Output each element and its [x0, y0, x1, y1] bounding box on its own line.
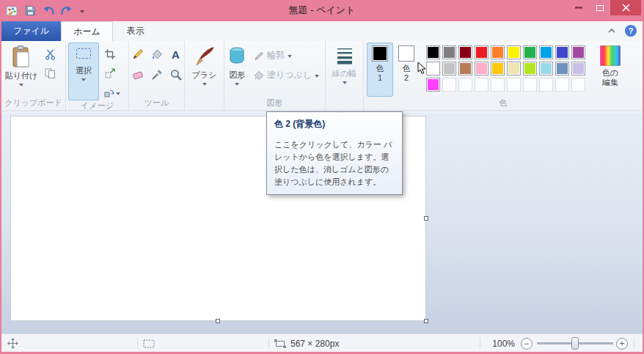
eraser-button[interactable]	[129, 67, 147, 83]
shape-fill-button[interactable]: 塗りつぶし	[250, 66, 323, 84]
resize-button[interactable]	[101, 65, 119, 81]
palette-swatch[interactable]	[507, 62, 521, 75]
brushes-label: ブラシ	[192, 70, 217, 81]
color2-label-line1: 色	[403, 64, 411, 73]
fill-bucket-button[interactable]	[148, 46, 166, 62]
group-label-shapes: 図形	[224, 97, 325, 111]
palette-swatch[interactable]	[426, 45, 440, 59]
rotate-button[interactable]	[101, 84, 123, 100]
palette-swatch[interactable]	[458, 62, 472, 75]
text-tool-button[interactable]: A	[167, 46, 185, 62]
help-button[interactable]: ?	[625, 25, 637, 37]
palette-swatch[interactable]	[523, 45, 537, 59]
statusbar-separator	[268, 338, 269, 349]
crop-button[interactable]	[101, 46, 119, 62]
window-title: 無題 - ペイント	[1, 0, 643, 21]
palette-swatch[interactable]	[539, 45, 553, 59]
color-palette	[426, 45, 585, 97]
edit-colors-label-line2: 編集	[602, 78, 618, 87]
palette-swatch[interactable]	[571, 62, 585, 75]
zoom-in-button[interactable]: +	[616, 334, 628, 353]
canvas-size-indicator: 567 × 280px	[274, 334, 339, 353]
paste-button[interactable]: 貼り付け	[4, 43, 39, 97]
selection-size-indicator	[143, 334, 155, 353]
cut-button[interactable]	[41, 46, 59, 62]
fill-gray-bucket-icon	[254, 70, 264, 81]
palette-swatch[interactable]	[475, 45, 489, 59]
pencil-button[interactable]	[129, 46, 147, 62]
palette-swatch-empty[interactable]	[523, 78, 537, 92]
palette-swatch-empty[interactable]	[491, 78, 505, 92]
canvas-size-text: 567 × 280px	[290, 339, 339, 349]
maximize-button[interactable]	[589, 0, 610, 15]
palette-swatch[interactable]	[555, 62, 569, 75]
palette-swatch[interactable]	[442, 62, 456, 75]
crop-icon	[105, 49, 115, 59]
line-width-button[interactable]: 線の幅	[328, 43, 361, 97]
tab-view[interactable]: 表示	[113, 21, 158, 41]
shapes-button[interactable]: 図形	[227, 43, 248, 97]
canvas-resize-handle-bottom[interactable]	[216, 319, 220, 323]
palette-swatch[interactable]	[458, 45, 472, 59]
palette-swatch[interactable]	[571, 45, 585, 59]
tooltip-body: ここをクリックして、カラー パレットから色を選択します。選択した色は、消しゴムと…	[274, 139, 395, 188]
eyedropper-icon	[151, 69, 163, 81]
tab-file[interactable]: ファイル	[1, 21, 61, 41]
shape-outline-button[interactable]: 輪郭	[250, 46, 323, 64]
magnifier-button[interactable]	[167, 67, 185, 83]
copy-button[interactable]	[41, 65, 59, 81]
palette-swatch[interactable]	[491, 45, 505, 59]
palette-swatch[interactable]	[426, 78, 440, 92]
palette-swatch[interactable]	[523, 62, 537, 75]
canvas-resize-handle-corner[interactable]	[424, 319, 428, 323]
palette-swatch-empty[interactable]	[458, 78, 472, 92]
shapes-label: 図形	[229, 70, 245, 81]
group-image: 選択 イメージ	[66, 41, 129, 111]
palette-swatch-empty[interactable]	[442, 78, 456, 92]
close-icon	[622, 4, 630, 12]
chevron-down-icon	[202, 83, 207, 86]
zoom-in-icon: +	[616, 338, 628, 350]
edit-colors-label-line1: 色の	[602, 68, 618, 78]
paint-window: 無題 - ペイント ファイル ホーム 表示 ?	[0, 0, 644, 354]
select-button[interactable]: 選択	[68, 43, 99, 100]
palette-swatch[interactable]	[507, 45, 521, 59]
shapes-icon	[227, 45, 247, 67]
zoom-slider-thumb[interactable]	[571, 337, 579, 350]
canvas-resize-handle-right[interactable]	[424, 216, 428, 221]
pencil-icon	[132, 48, 144, 60]
palette-swatch-empty[interactable]	[539, 78, 553, 92]
cut-icon	[45, 49, 56, 60]
color1-button[interactable]: 色 1	[367, 43, 393, 97]
color2-button[interactable]: 色 2	[393, 43, 420, 97]
collapse-ribbon-button[interactable]	[607, 26, 616, 36]
edit-colors-button[interactable]: 色の 編集	[593, 43, 628, 97]
tab-home[interactable]: ホーム	[61, 21, 113, 41]
fill-bucket-icon	[151, 48, 163, 60]
magnifier-icon	[170, 69, 182, 81]
palette-swatch[interactable]	[475, 62, 489, 75]
color1-swatch	[372, 45, 388, 62]
palette-swatch[interactable]	[491, 62, 505, 75]
close-button[interactable]	[610, 0, 641, 15]
tooltip-title: 色 2 (背景色)	[274, 118, 395, 130]
maximize-icon	[596, 5, 604, 11]
palette-swatch-empty[interactable]	[475, 78, 489, 92]
paste-icon	[11, 45, 32, 68]
color-picker-button[interactable]	[148, 67, 166, 83]
zoom-out-button[interactable]: −	[521, 334, 533, 353]
minimize-button[interactable]	[568, 0, 589, 15]
palette-swatch[interactable]	[426, 62, 440, 75]
palette-swatch-empty[interactable]	[555, 78, 569, 92]
brushes-button[interactable]: ブラシ	[187, 43, 222, 97]
group-label-colors: 色	[364, 97, 643, 111]
palette-swatch-empty[interactable]	[507, 78, 521, 92]
zoom-slider[interactable]	[537, 334, 613, 353]
chevron-down-icon	[315, 75, 319, 78]
palette-swatch[interactable]	[442, 45, 456, 59]
shape-fill-label: 塗りつぶし	[267, 69, 312, 81]
palette-swatch[interactable]	[539, 62, 553, 75]
group-shapes: 図形 輪郭 塗りつぶし 図形	[224, 41, 326, 111]
palette-swatch[interactable]	[555, 45, 569, 59]
palette-swatch-empty[interactable]	[571, 78, 585, 92]
